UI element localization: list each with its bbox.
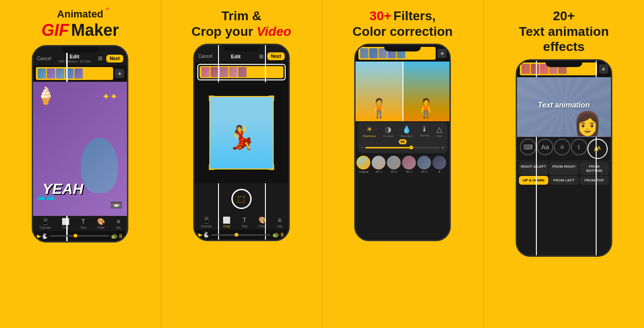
playback-slider-1[interactable] [50,235,109,237]
anim-icons-row: ⌨ Aa ≡ t A A [517,137,611,161]
canvas-icon-2: 📱 [202,216,210,224]
from-bottom-btn[interactable]: FROM BOTTOM [580,162,609,175]
add-frame-button-3[interactable]: + [437,49,447,58]
stars-sticker: ✦✦ [102,91,118,102]
timeline-2-container [195,62,288,82]
rabbit-icon-2[interactable]: 🐇 [202,232,209,238]
crop-icon: ⬜ [62,218,69,225]
grid-icon-2[interactable]: ⊞ [259,53,264,60]
brightness-icon: ☀ [366,125,373,134]
canvas-tool[interactable]: 📱 Canvas [40,218,51,229]
timeline-orange-2 [200,66,283,78]
right-left-btn[interactable]: RIGHT & LEFT [519,162,548,175]
brightness-control[interactable]: ☀ Brightness [363,125,376,137]
next-button-1[interactable]: Next [106,55,124,62]
filter-tool[interactable]: 🎨 Filter [97,218,105,229]
bt2-label: BT 2 [391,170,397,173]
style-tool[interactable]: ≡ [554,139,570,159]
timeline-1[interactable]: + [33,65,127,82]
panel-4: 20+ Text animation effects + [483,0,644,328]
filter-original[interactable]: Original [356,156,370,173]
filters-text: Filters, [393,9,436,23]
purple-scene: 🍦 ✦✦ YEAH ⛰⛰ 📼 [33,82,127,216]
from-top-btn[interactable]: FROM TOP [580,176,609,185]
from-left-btn[interactable]: FROM LEFT [549,176,579,185]
keyboard-circle: ⌨ [520,139,536,155]
add-frame-button-1[interactable]: + [115,69,124,78]
brightness-slider[interactable] [365,147,440,148]
keyboard-tool[interactable]: ⌨ [520,139,536,159]
scene-original: 🧍 [356,62,402,121]
filter-bt3[interactable]: BT 3 [402,156,416,173]
add-frame-button-4[interactable]: + [599,64,608,74]
phone-notch-4 [546,61,582,67]
adj-icon: ≡ [116,218,120,225]
bt4-thumb [417,156,431,170]
cancel-text-2[interactable]: Cancel [198,54,213,59]
pause-icon-2[interactable]: ⏸ [279,232,285,238]
tl-frame-p2-3 [220,67,228,77]
person-icon-orig: 🧍 [368,97,391,119]
text-tool[interactable]: T Text [80,218,86,229]
text-tool-2[interactable]: T Text [242,216,247,228]
play-forward-icon[interactable]: ▶ [37,233,41,239]
turtle-icon-2[interactable]: 🐢 [272,232,279,238]
grid-icon-1[interactable]: ⊞ [98,55,103,62]
crop-button[interactable]: ⬚ [231,189,252,209]
canvas-tool-2[interactable]: 📱 Canvas [201,216,212,228]
tl-f3-2 [369,48,378,58]
text-style-tool[interactable]: t [571,139,587,159]
crop-corner-tr[interactable] [269,96,274,101]
tl-frame-3 [56,68,64,79]
crop-button-container: ⬚ [195,183,288,215]
filter-bt2[interactable]: BT 2 [387,156,401,173]
contrast-control[interactable]: ◑ Contrast [383,125,393,137]
crop-area[interactable]: 💃 [209,96,274,170]
contrast-label: Contrast [383,135,393,137]
saturation-control[interactable]: 💧 Saturation [400,125,413,137]
animation-tool[interactable]: A A [587,139,608,159]
filter-controls-panel: ☀ Brightness ◑ Contrast 💧 Saturation 🌡 W… [357,122,448,153]
phone-screen-1: Cancel Edit 150 frames / 15.00s ⊞ Next [33,46,127,241]
playback-slider-2[interactable] [211,234,270,236]
tl-f3-1 [360,48,368,58]
crop-corner-bl[interactable] [209,164,214,170]
slider-plus[interactable]: + [441,145,444,150]
slider-minus[interactable]: − [361,145,364,150]
crop-icon-2: ⬜ [223,216,230,224]
canvas-label: Canvas [40,226,51,229]
font-tool[interactable]: Aa [537,139,553,159]
pause-icon[interactable]: ⏸ [118,233,123,239]
frame-count-1: 150 frames / 15.00s [58,59,91,63]
up-down-btn[interactable]: UP & DOWN [519,176,548,185]
cancel-text-1[interactable]: Cancel [37,56,51,61]
crop-tool-2[interactable]: ⬜ Crop [223,216,230,228]
adj-tool-2[interactable]: ≡ Adj [277,216,282,228]
person-figure [81,138,118,193]
from-right-btn[interactable]: FROM RIGHT [549,162,579,175]
crop-corner-br[interactable] [269,164,274,170]
adj-tool[interactable]: ≡ Adj [116,218,121,229]
crop-image: 💃 [209,96,274,170]
crop-corner-tl[interactable] [209,96,214,101]
play-forward-icon-2[interactable]: ▶ [198,232,202,238]
tl-frame-1 [38,68,46,79]
tl-f4-1 [522,64,530,74]
filter-bt4[interactable]: BT 4 [417,156,431,173]
rabbit-icon[interactable]: 🐇 [41,233,48,239]
sharp-control[interactable]: △ Shar [437,125,443,137]
turtle-icon[interactable]: 🐢 [111,233,118,239]
text-icon-2: T [242,216,247,224]
panel1-gif-text: GIF [41,21,69,40]
filter-b[interactable]: B [432,156,446,173]
next-button-2[interactable]: Next [267,52,285,60]
person-icon-corr: 🧍 [414,97,437,119]
playback-thumb-2 [235,233,238,237]
crop-tool[interactable]: ⬜ Crop [62,218,69,229]
bottom-toolbar-2: 📱 Canvas ⬜ Crop T Text 🎨 Filter ≡ Ad [195,215,288,230]
trim-text: Trim & [191,8,291,24]
timeline-orange-1 [36,67,113,80]
phone-notch-1 [62,46,98,53]
filter-bt1[interactable]: BT 1 [372,156,385,173]
warmth-control[interactable]: 🌡 Warmth [420,125,430,137]
